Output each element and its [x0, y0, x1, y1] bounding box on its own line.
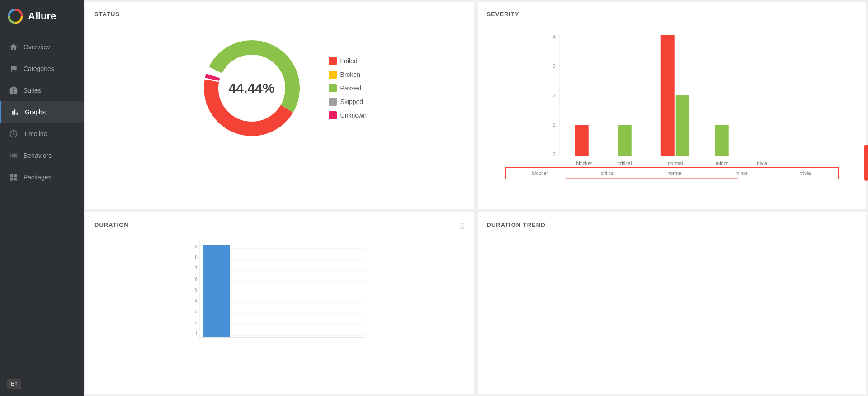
svg-text:trivial: trivial — [756, 160, 768, 166]
donut-percentage: 44.44% — [229, 80, 275, 96]
bar-normal-failed — [660, 35, 674, 156]
legend-label-broken: Broken — [340, 71, 360, 78]
svg-text:9: 9 — [195, 244, 198, 249]
svg-text:4: 4 — [552, 34, 555, 39]
status-title: STATUS — [94, 11, 465, 18]
severity-category-highlight: blocker critical normal minor trivial — [505, 167, 840, 179]
main-content: STATUS 44.44% — [84, 0, 868, 396]
flag-icon — [9, 64, 18, 73]
cat-critical: critical — [601, 170, 615, 176]
status-card: STATUS 44.44% — [85, 2, 474, 209]
svg-text:0: 0 — [552, 151, 555, 157]
clock-icon — [9, 129, 18, 138]
severity-chart-area: 0 1 2 3 4 blocker critical — [487, 25, 858, 160]
sidebar-item-overview[interactable]: Overview — [0, 36, 84, 58]
allure-logo-icon — [7, 8, 24, 24]
legend-label-unknown: Unknown — [340, 112, 367, 119]
svg-text:7: 7 — [195, 266, 198, 271]
duration-trend-title: DURATION TREND — [487, 222, 858, 228]
bar-critical-passed — [618, 125, 631, 156]
bar-blocker-failed — [575, 125, 588, 156]
duration-title: DURATION — [94, 222, 465, 228]
legend-color-failed — [329, 57, 337, 65]
bar-chart-icon — [10, 108, 19, 117]
legend-passed: Passed — [329, 84, 367, 92]
sidebar-item-categories[interactable]: Categories — [0, 58, 84, 80]
legend-color-unknown — [329, 111, 337, 119]
svg-text:2: 2 — [195, 320, 198, 325]
svg-text:4: 4 — [195, 298, 198, 303]
sidebar-item-timeline[interactable]: Timeline — [0, 123, 84, 145]
app-title: Allure — [28, 10, 56, 22]
legend-color-passed — [329, 84, 337, 92]
svg-text:normal: normal — [667, 160, 683, 166]
language-button[interactable]: En — [7, 379, 21, 389]
legend-color-broken — [329, 71, 337, 79]
svg-text:2: 2 — [552, 93, 555, 98]
duration-bar-main — [203, 245, 230, 337]
svg-text:critical: critical — [618, 160, 632, 166]
svg-text:8: 8 — [195, 255, 198, 260]
svg-text:blocker: blocker — [576, 160, 592, 166]
drag-handle[interactable]: ⠿ — [459, 222, 465, 231]
status-content: 44.44% Failed Broken Passed Skipped — [94, 25, 465, 151]
briefcase-icon — [9, 86, 18, 95]
legend-broken: Broken — [329, 71, 367, 79]
sidebar-footer: En — [0, 372, 84, 396]
donut-chart: 44.44% — [193, 29, 311, 147]
scroll-indicator[interactable] — [864, 145, 868, 181]
duration-chart-svg: 1 2 3 4 5 6 7 8 9 — [94, 236, 465, 344]
status-legend: Failed Broken Passed Skipped Unknown — [329, 57, 367, 119]
sidebar: Allure Overview Categories Suites Graphs — [0, 0, 84, 396]
cat-blocker: blocker — [532, 170, 548, 176]
duration-trend-card: DURATION TREND — [478, 212, 867, 394]
svg-text:5: 5 — [195, 288, 198, 292]
svg-text:minor: minor — [715, 160, 728, 166]
bar-normal-passed — [675, 95, 689, 156]
svg-text:6: 6 — [195, 277, 198, 282]
legend-label-failed: Failed — [340, 57, 358, 65]
legend-unknown: Unknown — [329, 111, 367, 119]
severity-card: SEVERITY 0 1 2 3 4 blocker — [478, 2, 867, 209]
legend-failed: Failed — [329, 57, 367, 65]
sidebar-item-behaviors[interactable]: Behaviors — [0, 145, 84, 166]
duration-card: DURATION ⠿ 1 2 3 4 5 6 7 8 9 — [85, 212, 474, 394]
svg-text:1: 1 — [552, 122, 555, 127]
sidebar-nav: Overview Categories Suites Graphs Timeli… — [0, 33, 84, 372]
svg-text:1: 1 — [195, 331, 198, 336]
svg-text:3: 3 — [552, 63, 555, 69]
legend-label-passed: Passed — [340, 85, 362, 92]
cat-trivial: trivial — [800, 170, 812, 176]
cat-minor: minor — [735, 170, 748, 176]
sidebar-item-suites[interactable]: Suites — [0, 80, 84, 101]
grid-icon — [9, 173, 18, 182]
legend-label-skipped: Skipped — [340, 98, 363, 105]
legend-skipped: Skipped — [329, 98, 367, 106]
severity-chart-svg: 0 1 2 3 4 blocker critical — [487, 25, 858, 179]
cat-normal: normal — [667, 170, 683, 176]
sidebar-item-graphs[interactable]: Graphs — [0, 101, 84, 123]
list-icon — [9, 151, 18, 160]
bar-minor-passed — [715, 125, 728, 156]
logo-area: Allure — [0, 0, 84, 33]
legend-color-skipped — [329, 98, 337, 106]
severity-title: SEVERITY — [487, 11, 858, 18]
home-icon — [9, 42, 18, 52]
svg-text:3: 3 — [195, 309, 198, 314]
sidebar-item-packages[interactable]: Packages — [0, 166, 84, 188]
